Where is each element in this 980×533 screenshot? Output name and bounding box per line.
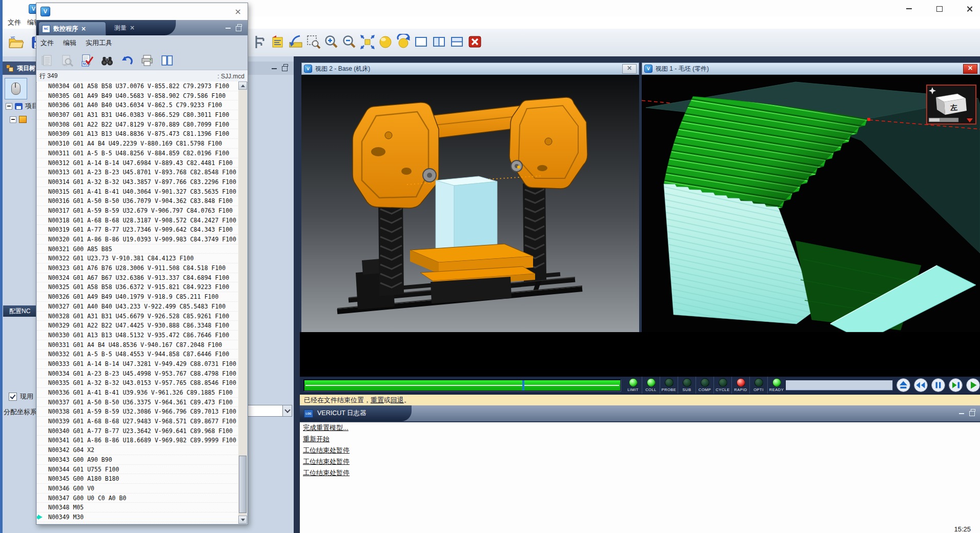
split-columns-icon[interactable] — [160, 54, 174, 67]
tree-item-project[interactable]: 项目 — [6, 100, 38, 112]
expander-icon[interactable] — [10, 116, 16, 123]
viewport-2-titlebar[interactable]: V 视图 2 - Base (机床) ✕ — [301, 63, 639, 75]
nc-menu-edit[interactable]: 编辑 — [63, 38, 76, 48]
speed-input-field[interactable] — [785, 380, 893, 391]
nc-menu-utilities[interactable]: 实用工具 — [86, 38, 112, 48]
logger-entry[interactable]: 完成重置模型... — [300, 422, 980, 434]
nc-line[interactable]: N00314 G01 A-32 B-32 U43.3857 V-897.766 … — [37, 177, 239, 187]
led-button-cycle[interactable]: CYCLE — [713, 377, 731, 394]
single-view-icon[interactable] — [413, 34, 430, 50]
nc-line[interactable]: N00343 G00 A90 B90 — [37, 455, 239, 465]
nc-line[interactable]: N00304 G01 A58 B58 U37.0076 V-855.822 C7… — [37, 81, 239, 91]
section-cut-icon[interactable] — [288, 34, 304, 50]
tab-close-icon[interactable]: × — [130, 25, 135, 31]
reset-link[interactable]: 重置 — [371, 396, 384, 404]
nc-line[interactable]: N00348 M05 — [37, 503, 239, 512]
tab-measure[interactable]: 测量 × — [114, 20, 135, 35]
nc-line[interactable]: N00341 G01 A-86 B-86 U18.6689 V-969.982 … — [37, 436, 239, 445]
logger-entry[interactable]: 工位结束处暂停 — [300, 445, 980, 456]
machine-3d-canvas[interactable] — [301, 75, 639, 332]
nc-line[interactable]: N00324 G01 A67 B67 U32.6386 V-913.337 C8… — [37, 273, 239, 283]
step-button[interactable] — [948, 378, 963, 393]
nc-line[interactable]: N00342 G04 X2 — [37, 445, 239, 455]
led-button-rapid[interactable]: RAPID — [731, 377, 749, 394]
zoom-out-icon[interactable] — [341, 34, 358, 50]
zoom-in-icon[interactable] — [323, 34, 340, 50]
nc-search-icon[interactable]: NC — [60, 54, 74, 67]
nc-line[interactable]: N00345 G00 A180 B180 — [37, 474, 239, 484]
viewport-1-close-button[interactable]: ✕ — [963, 64, 977, 74]
minimize-button[interactable] — [902, 4, 915, 14]
nc-line[interactable]: N00329 G01 A22 B22 U47.4425 V-930.888 C8… — [37, 321, 239, 331]
nc-line[interactable]: N00330 G01 A13 B13 U48.5132 V-935.472 C8… — [37, 331, 239, 340]
nc-line[interactable]: N00349 M30 — [37, 512, 239, 522]
nc-menu-file[interactable]: 文件 — [40, 38, 54, 48]
nc-line[interactable]: N00333 G01 A-14 B-14 U47.3281 V-949.429 … — [37, 359, 239, 369]
nc-line[interactable]: N00321 G00 A85 B85 — [37, 244, 239, 254]
nc-line[interactable]: N00335 G01 A-32 B-32 U43.0153 V-957.765 … — [37, 378, 239, 388]
open-file-icon[interactable]: VC — [8, 34, 24, 50]
nc-line[interactable]: N00318 G01 A-68 B-68 U28.3187 V-908.572 … — [37, 216, 239, 225]
nc-line[interactable]: N00344 G01 U755 F100 — [37, 465, 239, 475]
nc-line[interactable]: N00328 G01 A31 B31 U45.6679 V-926.528 C8… — [37, 312, 239, 321]
orientation-cube-widget[interactable]: 左 — [927, 85, 976, 124]
nc-line[interactable]: N00316 G01 A-50 B-50 U36.7079 V-904.362 … — [37, 196, 239, 206]
close-view-icon[interactable] — [467, 34, 483, 50]
nc-line[interactable]: N00340 G01 A-77 B-77 U23.3642 V-969.641 … — [37, 426, 239, 436]
rewind-button[interactable] — [913, 378, 928, 393]
coord-system-dropdown[interactable] — [247, 405, 292, 417]
logger-minimize-icon[interactable] — [959, 413, 964, 414]
nc-line[interactable]: N00322 G01 U23.73 V-910.381 C84.4123 F10… — [37, 254, 239, 263]
nc-line[interactable]: N00305 G01 A49 B49 U40.5683 V-858.902 C7… — [37, 91, 239, 101]
binoculars-icon[interactable] — [100, 54, 114, 67]
scroll-up-button[interactable] — [238, 81, 247, 90]
rotate-view-icon[interactable] — [395, 34, 412, 50]
nc-line[interactable]: N00315 G01 A-41 B-41 U40.3064 V-901.327 … — [37, 187, 239, 197]
nc-line[interactable]: N00312 G01 A-14 B-14 U47.6984 V-889.43 C… — [37, 158, 239, 168]
select-mode-button[interactable] — [5, 78, 27, 99]
split-horizontal-icon[interactable] — [449, 34, 465, 50]
measure-caliper-icon[interactable] — [252, 34, 268, 50]
logger-tab[interactable]: LOG VERICUT 日志器 — [300, 405, 412, 421]
nc-line[interactable]: N00306 G01 A40 B40 U43.6034 V-862.5 C79.… — [37, 100, 239, 110]
nc-line[interactable]: N00347 G00 U0 C0 A0 B0 — [37, 494, 239, 503]
panel-restore-icon[interactable] — [282, 66, 288, 71]
nc-code-list[interactable]: N00304 G01 A58 B58 U37.0076 V-855.822 C7… — [37, 81, 239, 524]
nc-list-icon[interactable] — [40, 54, 54, 67]
nc-line[interactable]: N00326 G01 A49 B49 U40.1979 V-918.9 C85.… — [37, 292, 239, 302]
led-button-ready[interactable]: READY — [767, 377, 785, 394]
viewport-1-titlebar[interactable]: V 视图 1 - 毛坯 (零件) ✕ — [642, 63, 980, 75]
nc-line[interactable]: N00307 G01 A31 B31 U46.0383 V-866.529 C8… — [37, 110, 239, 120]
nc-line[interactable]: N00327 G01 A40 B40 U43.233 V-922.499 C85… — [37, 302, 239, 312]
nc-line[interactable]: N00338 G01 A-59 B-59 U32.3086 V-966.796 … — [37, 407, 239, 417]
close-button[interactable] — [963, 4, 976, 14]
sphere-view-icon[interactable] — [377, 34, 394, 50]
logger-entry[interactable]: 工位结束处暂停 — [300, 456, 980, 467]
nc-line[interactable]: N00336 G01 A-41 B-41 U39.936 V-961.326 C… — [37, 388, 239, 398]
active-checkbox[interactable] — [9, 393, 17, 401]
nc-line[interactable]: N00311 G01 A-5 B-5 U48.8256 V-884.859 C8… — [37, 149, 239, 158]
led-button-limit[interactable]: LIMIT — [624, 377, 642, 394]
nc-line[interactable]: N00308 G01 A22 B22 U47.8129 V-870.889 C8… — [37, 120, 239, 130]
expander-icon[interactable] — [6, 103, 12, 110]
led-button-sub[interactable]: SUB — [678, 377, 696, 394]
fit-view-icon[interactable] — [359, 34, 376, 50]
nc-line[interactable]: N00331 G01 A4 B4 U48.8536 V-940.167 C87.… — [37, 340, 239, 350]
nc-detach-icon[interactable] — [236, 26, 241, 31]
nc-line[interactable]: N00332 G01 A-5 B-5 U48.4553 V-944.858 C8… — [37, 350, 239, 359]
maximize-button[interactable] — [933, 4, 946, 14]
nc-line[interactable]: N00346 G00 V0 — [37, 484, 239, 494]
report-icon[interactable] — [270, 34, 286, 50]
nc-line[interactable]: N00317 G01 A-59 B-59 U32.679 V-906.797 C… — [37, 206, 239, 216]
led-button-comp[interactable]: COMP — [696, 377, 713, 394]
nc-minimize-icon[interactable] — [226, 28, 231, 29]
tree-item-child[interactable] — [10, 114, 27, 125]
nc-program-window[interactable]: V × NC 数控程序 × 测量 × 文件 编辑 实用工具 NC NC 行 34… — [36, 3, 248, 525]
nc-line[interactable]: N00339 G01 A-68 B-68 U27.9483 V-968.571 … — [37, 417, 239, 426]
undo-icon[interactable] — [120, 54, 134, 67]
print-icon[interactable] — [140, 54, 154, 67]
logger-entry[interactable]: 工位结束处暂停 — [300, 467, 980, 479]
tab-nc-program[interactable]: NC 数控程序 × — [38, 22, 106, 35]
nc-line[interactable]: N00323 G01 A76 B76 U28.3006 V-911.508 C8… — [37, 263, 239, 273]
dropdown-button[interactable] — [282, 405, 292, 416]
